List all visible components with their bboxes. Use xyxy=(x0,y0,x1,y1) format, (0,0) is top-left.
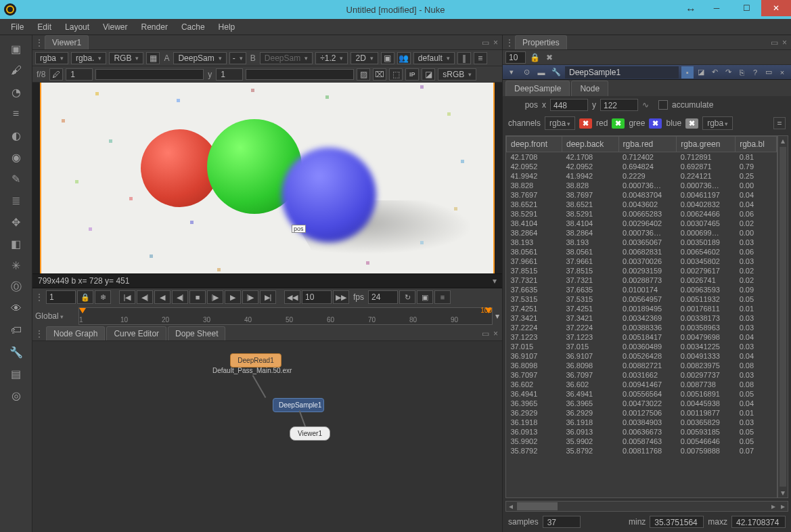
accumulate-checkbox[interactable] xyxy=(658,100,668,110)
minimize-button[interactable]: ─ xyxy=(702,0,731,16)
alpha-tool-icon[interactable]: Ⓞ xyxy=(7,278,26,296)
redo-icon[interactable]: ↷ xyxy=(722,66,734,79)
channels-select-2[interactable]: rgba. xyxy=(71,52,106,64)
column-header[interactable]: deep.back xyxy=(562,137,618,152)
column-header[interactable]: rgba.green xyxy=(677,137,736,152)
settings-viewer-icon[interactable]: ≡ xyxy=(474,52,487,64)
maximize-button[interactable]: ☐ xyxy=(731,0,761,16)
lock-all-icon[interactable]: 🔒 xyxy=(528,51,541,64)
column-header[interactable]: deep.front xyxy=(507,137,562,152)
globe-tool-icon[interactable]: ◎ xyxy=(7,386,26,405)
table-row[interactable]: 36.709736.70970.00316620.002977370.03 xyxy=(507,370,777,380)
wipe-icon[interactable]: ▦ xyxy=(146,52,160,64)
column-header[interactable]: rgba.red xyxy=(618,137,677,152)
dropper-icon[interactable]: 🖊 xyxy=(49,68,63,81)
table-row[interactable]: 37.01537.0150.003604890.003412250.03 xyxy=(507,342,777,351)
table-row[interactable]: 38.286438.28640.000736…0.000699…0.00 xyxy=(507,228,777,238)
table-row[interactable]: 36.60236.6020.009414670.00877380.08 xyxy=(507,380,777,389)
vscrollbar-thumb[interactable] xyxy=(779,147,786,487)
loop-icon[interactable]: ↻ xyxy=(399,290,415,304)
panel-float-icon[interactable]: ▭ xyxy=(482,38,489,47)
table-row[interactable]: 38.82838.8280.000736…0.000736…0.00 xyxy=(507,181,777,190)
table-row[interactable]: 41.994241.99420.22290.2241210.25 xyxy=(507,171,777,181)
spanner-icon[interactable]: 🔧 xyxy=(550,66,562,79)
table-row[interactable]: 37.342137.34210.003423690.003381730.03 xyxy=(507,313,777,323)
prop-count-field[interactable]: 10 xyxy=(505,51,526,64)
close-node-icon[interactable]: × xyxy=(776,66,788,79)
channels-select[interactable]: rgba xyxy=(545,116,575,130)
input-a-dash[interactable]: - xyxy=(229,52,246,64)
table-row[interactable]: 35.990235.99020.005874630.005466460.05 xyxy=(507,437,777,446)
scroll-left-icon[interactable]: ◂ xyxy=(506,502,516,511)
green-chip-icon[interactable]: ✖ xyxy=(612,118,625,129)
fps-field[interactable]: 24 xyxy=(368,290,398,304)
tab-properties[interactable]: Properties xyxy=(515,35,567,49)
prev-key-button[interactable]: ◀| xyxy=(137,290,153,304)
table-row[interactable]: 37.851537.85150.002931590.002796170.02 xyxy=(507,266,777,275)
table-row[interactable]: 37.425137.42510.001894950.001768110.01 xyxy=(507,304,777,313)
prop-float-icon[interactable]: ▭ xyxy=(771,38,778,47)
camera-select[interactable]: default xyxy=(413,52,455,64)
menu-layout[interactable]: Layout xyxy=(60,20,95,34)
table-row[interactable]: 38.529138.52910.006652830.006244660.06 xyxy=(507,209,777,219)
table-row[interactable]: 36.191836.19180.003849030.003658290.03 xyxy=(507,418,777,427)
revert-icon[interactable]: ◪ xyxy=(695,66,707,79)
table-row[interactable]: 36.910736.91070.005264280.004913330.04 xyxy=(507,351,777,361)
camera-icon[interactable]: 👥 xyxy=(397,52,411,64)
status-dropdown-icon[interactable]: ▾ xyxy=(493,276,497,286)
range-scope-select[interactable]: Global xyxy=(35,311,76,321)
help-icon[interactable]: ? xyxy=(749,66,761,79)
playhead-marker[interactable] xyxy=(79,308,86,313)
table-row[interactable]: 38.056138.05610.006828310.006546020.06 xyxy=(507,247,777,257)
table-row[interactable]: 38.652138.65210.00436020.004028320.04 xyxy=(507,200,777,209)
copy-icon[interactable]: ⎘ xyxy=(736,66,748,79)
hemisphere-tool-icon[interactable]: ◐ xyxy=(7,126,26,145)
column-header[interactable]: rgba.bl xyxy=(736,137,777,152)
play-fwd-button[interactable]: ▶ xyxy=(225,290,241,304)
scroll-right-icon[interactable]: ▸ xyxy=(769,502,778,511)
hscrollbar-thumb[interactable] xyxy=(517,502,558,510)
bottom-handle-icon[interactable]: ⋮ xyxy=(35,329,45,338)
clip-icon[interactable]: ⌧ xyxy=(373,68,386,81)
minz-field[interactable]: 35.3751564 xyxy=(650,516,704,528)
book-icon[interactable]: ▬ xyxy=(535,66,547,79)
red-chip-icon[interactable]: ✖ xyxy=(579,118,592,129)
table-row[interactable]: 37.122337.12230.005184170.004796980.04 xyxy=(507,332,777,342)
step-back-button[interactable]: ◀| xyxy=(172,290,188,304)
table-row[interactable]: 35.879235.87920.008117680.007598880.07 xyxy=(507,446,777,456)
layers-tool-icon[interactable]: ≣ xyxy=(7,191,26,210)
scroll-down-icon[interactable]: ▾ xyxy=(778,488,788,497)
center-node-icon[interactable]: ⊙ xyxy=(520,66,533,79)
table-row[interactable]: 37.222437.22240.003883360.003589630.03 xyxy=(507,323,777,332)
node-viewer[interactable]: Viewer1 xyxy=(290,426,330,441)
table-row[interactable]: 36.091336.09130.006366730.005931850.05 xyxy=(507,427,777,437)
table-row[interactable]: 36.396536.39650.004730220.004459380.04 xyxy=(507,399,777,408)
bottom-float-icon[interactable]: ▭ xyxy=(482,329,489,338)
tab-viewer1[interactable]: Viewer1 xyxy=(45,35,89,49)
exposure-slider[interactable] xyxy=(95,69,204,80)
input-b-select[interactable]: DeepSam xyxy=(260,52,313,64)
prop-close-icon[interactable]: × xyxy=(782,38,787,47)
pause-viewer-icon[interactable]: ‖ xyxy=(457,52,471,64)
node-deepsample[interactable]: DeepSample1 xyxy=(273,398,324,412)
equals-button[interactable]: = xyxy=(773,117,786,129)
table-row[interactable]: 37.663537.66350.01001740.009635930.09 xyxy=(507,285,777,294)
gamma-field[interactable]: 1 xyxy=(216,68,243,81)
edit-tool-icon[interactable]: ✎ xyxy=(7,169,26,188)
skip-fwd-button[interactable]: ▶▶ xyxy=(333,290,349,304)
snowflake-icon[interactable]: ❄ xyxy=(95,290,111,304)
roi-icon[interactable]: ⬚ xyxy=(389,68,403,81)
stop-button[interactable]: ■ xyxy=(189,290,206,304)
panel-handle-icon[interactable]: ⋮ xyxy=(35,38,45,47)
clear-all-icon[interactable]: ✖ xyxy=(543,51,556,64)
tag-tool-icon[interactable]: 🏷 xyxy=(7,321,26,340)
play-back-button[interactable]: ◀ xyxy=(154,290,171,304)
viewer-canvas[interactable]: 80 pos (8 xyxy=(32,83,502,273)
hscrollbar[interactable]: ◂ ▸ ▸ xyxy=(505,501,788,512)
colorspace-select[interactable]: sRGB xyxy=(438,68,476,81)
menu-render[interactable]: Render xyxy=(136,20,173,34)
table-row[interactable]: 38.410438.41040.002964020.003074650.02 xyxy=(507,219,777,228)
flare-tool-icon[interactable]: ✳ xyxy=(7,256,26,275)
cube-tool-icon[interactable]: ◧ xyxy=(7,234,26,253)
panel-close-icon[interactable]: × xyxy=(493,38,498,47)
